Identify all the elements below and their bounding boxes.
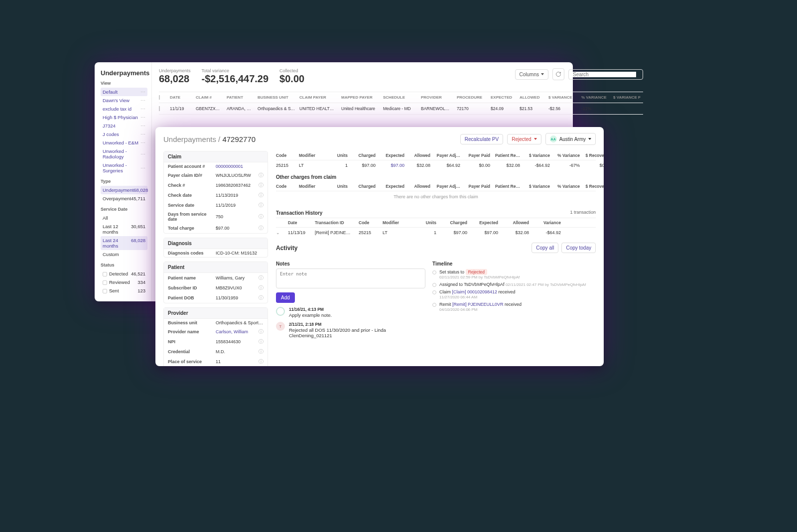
info-icon[interactable]: ⓘ xyxy=(259,172,264,179)
sidebar-view-item[interactable]: Default⋯ xyxy=(101,88,147,96)
detail-row: NPI1558344630ⓘ xyxy=(164,337,267,347)
sidebar-status-item[interactable]: Reviewed334 xyxy=(101,278,147,286)
info-icon[interactable]: ⓘ xyxy=(259,284,264,291)
expand-icon[interactable]: ⌄ xyxy=(276,230,286,235)
grid-row[interactable]: 11/1/19GBEN7ZX…ARANDA, …Orthopaedics & S… xyxy=(159,103,643,115)
detail-row: Patient DOB11/30/1959ⓘ xyxy=(164,293,267,303)
sidebar-view-item[interactable]: Unworked - Surgeries⋯ xyxy=(101,161,147,175)
chevron-down-icon xyxy=(541,73,544,75)
detail-row: CredentialM.D.ⓘ xyxy=(164,347,267,357)
detail-row: Payer claim ID/#WNJIJLUOSLRWⓘ xyxy=(164,170,267,180)
timeline-dot-icon xyxy=(432,270,436,274)
detail-row: Business unitOrthopaedics & Sports Medic… xyxy=(164,319,267,327)
status-badge: Rejected xyxy=(466,269,488,275)
sidebar-view-item[interactable]: Dawn's View⋯ xyxy=(101,96,147,105)
more-icon[interactable]: ⋯ xyxy=(140,140,145,145)
sidebar-view-item[interactable]: J7324⋯ xyxy=(101,122,147,130)
detail-row: Diagnosis codesICD-10-CM: M19132 xyxy=(164,249,267,257)
sidebar-view-item[interactable]: Unworked - E&M⋯ xyxy=(101,138,147,147)
detail-row: Subscriber IDMB8Z9VUX0ⓘ xyxy=(164,283,267,293)
patient-section: Patient Patient nameWilliams, GaryⓘSubsc… xyxy=(163,262,268,303)
search-field[interactable] xyxy=(568,69,643,80)
more-icon[interactable]: ⋯ xyxy=(140,106,145,112)
sidebar-view-item[interactable]: High $ Physician⋯ xyxy=(101,113,147,122)
chevron-down-icon xyxy=(534,138,537,140)
other-charges-header: CodeModifierUnitsChargedExpectedAllowedP… xyxy=(276,182,596,191)
sidebar-type-item[interactable]: Overpayment45,711 xyxy=(101,194,147,203)
more-icon[interactable]: ⋯ xyxy=(140,165,145,171)
more-icon[interactable]: ⋯ xyxy=(140,115,145,120)
status-dropdown[interactable]: Rejected xyxy=(507,134,541,144)
more-icon[interactable]: ⋯ xyxy=(140,123,145,129)
more-icon[interactable]: ⋯ xyxy=(140,98,145,103)
info-icon[interactable]: ⓘ xyxy=(259,182,264,189)
sidebar-type-item[interactable]: Underpayment68,028 xyxy=(101,186,147,194)
sidebar-date-item[interactable]: Last 24 months68,028 xyxy=(101,236,147,250)
transaction-history-title: Transaction History xyxy=(276,210,322,216)
timeline-dot-icon xyxy=(432,290,436,294)
sidebar-view-item[interactable]: exclude tax id⋯ xyxy=(101,105,147,113)
search-input[interactable] xyxy=(573,72,636,77)
note-input[interactable] xyxy=(276,268,425,288)
info-icon[interactable]: ⓘ xyxy=(259,202,264,209)
timeline-link[interactable]: [Claim] 000102098412 xyxy=(452,289,498,294)
timeline-dot-icon xyxy=(432,283,436,287)
details-column: Claim Patient account #00000000001Payer … xyxy=(163,151,268,360)
sidebar-status-item[interactable]: Detected46,521 xyxy=(101,269,147,278)
sidebar-date-item[interactable]: All xyxy=(101,214,147,222)
sidebar-title: Underpayments xyxy=(101,69,147,77)
metric-collected: Collected $0.00 xyxy=(279,68,304,85)
metric-underpayments: Underpayments 68,028 xyxy=(159,68,191,85)
info-icon[interactable]: ⓘ xyxy=(259,213,264,220)
provider-section: Provider Business unitOrthopaedics & Spo… xyxy=(163,307,268,366)
timeline-link[interactable]: [Remit] PJEINEEULL0VR xyxy=(452,302,504,307)
more-icon[interactable]: ⋯ xyxy=(140,151,145,157)
checkbox[interactable] xyxy=(159,106,160,111)
timeline-panel: Timeline Set status to Rejected02/11/202… xyxy=(432,261,596,360)
note-item: 11/16/21, 4:13 PMApply example note. xyxy=(276,307,425,318)
refresh-button[interactable] xyxy=(552,68,564,80)
copy-today-button[interactable]: Copy today xyxy=(561,243,596,253)
detail-row: Check date11/13/2019ⓘ xyxy=(164,190,267,200)
transaction-row[interactable]: ⌄11/13/19[Remit] PJEINE…25215LT1$97.00$9… xyxy=(276,228,596,238)
checkbox[interactable] xyxy=(159,95,160,100)
info-icon[interactable]: ⓘ xyxy=(259,192,264,199)
copy-all-button[interactable]: Copy all xyxy=(531,243,558,253)
sidebar-date-item[interactable]: Custom xyxy=(101,250,147,259)
service-date-section-label: Service Date xyxy=(101,207,147,212)
sidebar-view-item[interactable]: J codes⋯ xyxy=(101,130,147,138)
more-icon[interactable]: ⋯ xyxy=(140,132,145,137)
info-icon[interactable]: ⓘ xyxy=(259,348,264,355)
timeline-item: Set status to Rejected02/11/2021 02:59 P… xyxy=(432,269,596,279)
info-icon[interactable]: ⓘ xyxy=(259,294,264,301)
checkbox-icon[interactable] xyxy=(103,280,107,285)
assignee-dropdown[interactable]: AA Austin Army xyxy=(545,133,596,145)
info-icon[interactable]: ⓘ xyxy=(259,225,264,232)
sidebar-date-item[interactable]: Last 12 months30,651 xyxy=(101,222,147,236)
info-icon[interactable]: ⓘ xyxy=(259,274,264,281)
checkbox-icon[interactable] xyxy=(103,272,107,276)
info-icon[interactable]: ⓘ xyxy=(259,358,264,365)
more-icon[interactable]: ⋯ xyxy=(140,89,145,95)
columns-button[interactable]: Columns xyxy=(515,69,548,80)
notes-label: Notes xyxy=(276,261,425,266)
recalculate-button[interactable]: Recalculate PV xyxy=(460,134,503,144)
sidebar-status-item[interactable]: Sent123 xyxy=(101,286,147,295)
detail-row: Place of service11ⓘ xyxy=(164,357,267,366)
avatar: AA xyxy=(550,135,557,142)
info-icon[interactable]: ⓘ xyxy=(259,338,264,345)
sidebar-view-item[interactable]: Unworked - Radiology⋯ xyxy=(101,147,147,161)
timeline-item: Assigned to TsDVbMPeQfvHlpAf 02/11/2021 … xyxy=(432,282,596,287)
add-note-button[interactable]: Add xyxy=(276,292,295,303)
metric-variance: Total variance -$2,516,447.29 xyxy=(202,68,269,85)
breadcrumb: Underpayments / 47292770 xyxy=(163,135,256,143)
charges-row: 25215LT1$97.00$97.00$32.08$64.92$0.00$32… xyxy=(276,160,596,170)
detail-row: Days from service date750ⓘ xyxy=(164,210,267,223)
info-icon[interactable]: ⓘ xyxy=(259,328,264,335)
detail-row: Patient account #00000000001 xyxy=(164,162,267,170)
view-section-label: View xyxy=(101,81,147,86)
checkbox-icon[interactable] xyxy=(103,289,107,293)
detail-row: Provider nameCarlson, Williamⓘ xyxy=(164,327,267,337)
chevron-down-icon xyxy=(588,138,591,140)
timeline-item: Claim [Claim] 000102098412 received11/27… xyxy=(432,289,596,299)
